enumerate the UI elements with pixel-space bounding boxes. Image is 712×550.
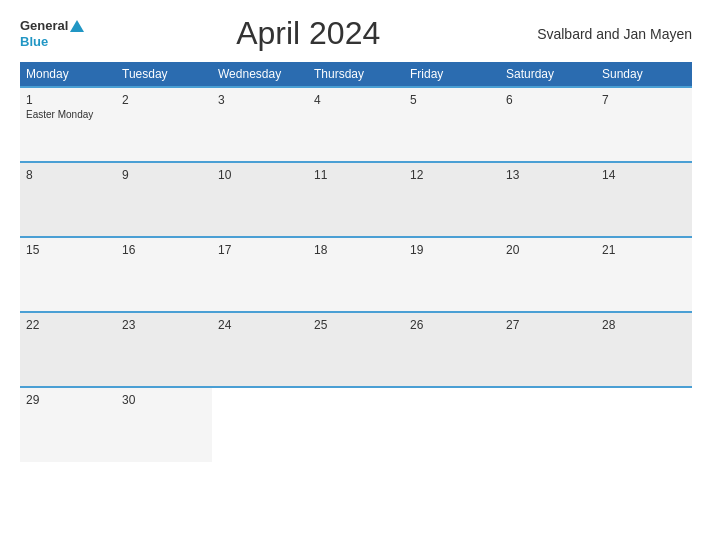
calendar-cell: 12 [404, 162, 500, 237]
col-saturday: Saturday [500, 62, 596, 87]
day-number: 13 [506, 168, 590, 182]
calendar-cell: 7 [596, 87, 692, 162]
logo-triangle-icon [70, 20, 84, 32]
day-number: 2 [122, 93, 206, 107]
logo-general-text: General [20, 18, 68, 34]
day-number: 6 [506, 93, 590, 107]
day-number: 10 [218, 168, 302, 182]
calendar-week-row: 891011121314 [20, 162, 692, 237]
logo: General Blue [20, 18, 84, 49]
calendar-week-row: 2930 [20, 387, 692, 462]
calendar-cell: 16 [116, 237, 212, 312]
day-number: 1 [26, 93, 110, 107]
col-wednesday: Wednesday [212, 62, 308, 87]
calendar-cell: 22 [20, 312, 116, 387]
day-number: 27 [506, 318, 590, 332]
calendar-cell [404, 387, 500, 462]
calendar-cell: 26 [404, 312, 500, 387]
day-number: 21 [602, 243, 686, 257]
calendar-cell: 11 [308, 162, 404, 237]
day-number: 24 [218, 318, 302, 332]
calendar-week-row: 15161718192021 [20, 237, 692, 312]
col-sunday: Sunday [596, 62, 692, 87]
calendar-cell: 25 [308, 312, 404, 387]
calendar-cell: 1Easter Monday [20, 87, 116, 162]
calendar-cell: 9 [116, 162, 212, 237]
day-number: 8 [26, 168, 110, 182]
day-number: 15 [26, 243, 110, 257]
header: General Blue April 2024 Svalbard and Jan… [20, 15, 692, 52]
calendar-page: General Blue April 2024 Svalbard and Jan… [0, 0, 712, 550]
calendar-cell: 21 [596, 237, 692, 312]
day-number: 29 [26, 393, 110, 407]
day-number: 12 [410, 168, 494, 182]
day-number: 14 [602, 168, 686, 182]
day-number: 22 [26, 318, 110, 332]
calendar-cell: 28 [596, 312, 692, 387]
calendar-cell: 8 [20, 162, 116, 237]
calendar-cell: 3 [212, 87, 308, 162]
calendar-cell: 15 [20, 237, 116, 312]
day-number: 5 [410, 93, 494, 107]
calendar-cell: 2 [116, 87, 212, 162]
calendar-cell: 13 [500, 162, 596, 237]
calendar-cell: 19 [404, 237, 500, 312]
day-number: 28 [602, 318, 686, 332]
calendar-cell: 23 [116, 312, 212, 387]
day-number: 26 [410, 318, 494, 332]
calendar-cell [596, 387, 692, 462]
col-friday: Friday [404, 62, 500, 87]
calendar-cell [500, 387, 596, 462]
day-number: 23 [122, 318, 206, 332]
col-thursday: Thursday [308, 62, 404, 87]
calendar-cell: 10 [212, 162, 308, 237]
calendar-cell: 4 [308, 87, 404, 162]
day-number: 3 [218, 93, 302, 107]
calendar-cell [308, 387, 404, 462]
day-number: 16 [122, 243, 206, 257]
day-number: 30 [122, 393, 206, 407]
col-monday: Monday [20, 62, 116, 87]
calendar-week-row: 22232425262728 [20, 312, 692, 387]
calendar-cell: 20 [500, 237, 596, 312]
day-number: 17 [218, 243, 302, 257]
calendar-cell: 18 [308, 237, 404, 312]
calendar-table: Monday Tuesday Wednesday Thursday Friday… [20, 62, 692, 462]
calendar-cell: 6 [500, 87, 596, 162]
calendar-cell: 14 [596, 162, 692, 237]
day-number: 9 [122, 168, 206, 182]
day-number: 7 [602, 93, 686, 107]
col-tuesday: Tuesday [116, 62, 212, 87]
day-number: 4 [314, 93, 398, 107]
calendar-cell: 27 [500, 312, 596, 387]
calendar-cell: 30 [116, 387, 212, 462]
day-number: 11 [314, 168, 398, 182]
day-number: 25 [314, 318, 398, 332]
event-label: Easter Monday [26, 109, 110, 120]
calendar-week-row: 1Easter Monday234567 [20, 87, 692, 162]
day-number: 18 [314, 243, 398, 257]
calendar-cell: 5 [404, 87, 500, 162]
region-label: Svalbard and Jan Mayen [532, 26, 692, 42]
logo-blue-text: Blue [20, 34, 84, 50]
calendar-cell [212, 387, 308, 462]
calendar-header-row: Monday Tuesday Wednesday Thursday Friday… [20, 62, 692, 87]
day-number: 19 [410, 243, 494, 257]
calendar-cell: 24 [212, 312, 308, 387]
day-number: 20 [506, 243, 590, 257]
calendar-cell: 17 [212, 237, 308, 312]
month-title: April 2024 [84, 15, 532, 52]
calendar-cell: 29 [20, 387, 116, 462]
